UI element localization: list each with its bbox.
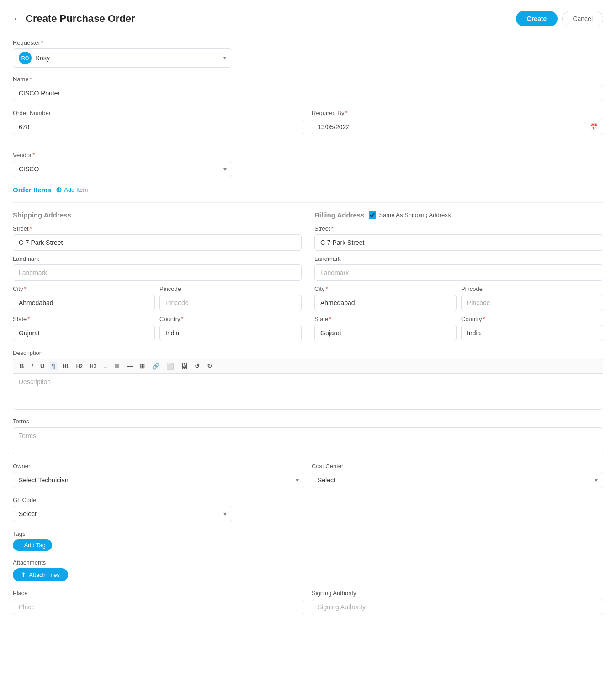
embed-button[interactable]: ⬜ <box>165 362 176 370</box>
calendar-icon: 📅 <box>590 123 598 131</box>
description-editor[interactable]: Description <box>13 373 603 410</box>
billing-country-input[interactable] <box>461 325 603 341</box>
cost-center-label: Cost Center <box>312 463 603 470</box>
description-label: Description <box>13 349 603 356</box>
attachments-section: Attachments ⬆ Attach Files <box>13 559 603 581</box>
owner-cost-row: Owner Select Technician ▾ Cost Center Se… <box>13 463 603 488</box>
attach-files-button[interactable]: ⬆ Attach Files <box>13 568 68 581</box>
order-items-header: Order Items ⊕ Add Item <box>13 185 603 194</box>
shipping-pincode-input[interactable] <box>159 295 302 311</box>
owner-section: Owner Select Technician ▾ <box>13 463 304 488</box>
page-title: Create Purchase Order <box>26 13 135 25</box>
create-button[interactable]: Create <box>516 11 558 26</box>
cost-center-select[interactable]: Select <box>312 472 603 488</box>
tags-label: Tags <box>13 530 603 537</box>
order-number-input[interactable] <box>13 119 304 135</box>
required-by-label: Required By* <box>312 110 603 116</box>
shipping-country-group: Country* <box>159 316 302 341</box>
requester-name: Rosy <box>35 54 223 62</box>
terms-editor[interactable]: Terms <box>13 427 603 454</box>
billing-country-group: Country* <box>461 316 603 341</box>
same-as-shipping-checkbox[interactable] <box>369 211 376 219</box>
place-signing-row: Place Signing Authority <box>13 590 603 615</box>
billing-address-title: Billing Address Same As Shipping Address <box>314 211 603 219</box>
cancel-button[interactable]: Cancel <box>562 11 603 26</box>
shipping-landmark-input[interactable] <box>13 264 302 281</box>
h1-button[interactable]: H1 <box>61 363 71 370</box>
place-label: Place <box>13 590 304 597</box>
tags-section: Tags + Add Tag <box>13 530 603 551</box>
undo-button[interactable]: ↺ <box>193 362 202 370</box>
shipping-city-input[interactable] <box>13 295 155 311</box>
billing-pincode-group: Pincode <box>461 285 603 311</box>
name-label: Name* <box>13 76 603 83</box>
ol-button[interactable]: ≣ <box>112 362 121 370</box>
hr-button[interactable]: — <box>125 362 134 370</box>
shipping-landmark-row: Landmark <box>13 255 302 281</box>
shipping-state-group: State* <box>13 316 155 341</box>
table-button[interactable]: ⊞ <box>138 362 147 370</box>
required-by-section: Required By* 📅 <box>312 110 603 135</box>
add-icon: ⊕ <box>56 185 62 194</box>
vendor-section: Vendor* CISCO ▾ <box>13 152 232 177</box>
description-section: Description B I U ¶ H1 H2 H3 ≡ ≣ — ⊞ 🔗 ⬜… <box>13 349 603 410</box>
signing-authority-input[interactable] <box>312 599 603 615</box>
billing-pincode-input[interactable] <box>461 295 603 311</box>
terms-label: Terms <box>13 418 603 425</box>
billing-city-input[interactable] <box>314 295 457 311</box>
place-input[interactable] <box>13 599 304 615</box>
redo-button[interactable]: ↻ <box>205 362 214 370</box>
add-item-label: Add Item <box>64 186 88 193</box>
shipping-city-group: City* <box>13 285 155 311</box>
underline-button[interactable]: U <box>38 362 46 370</box>
link-button[interactable]: 🔗 <box>150 362 161 370</box>
description-toolbar: B I U ¶ H1 H2 H3 ≡ ≣ — ⊞ 🔗 ⬜ 🖼 ↺ ↻ <box>13 359 603 373</box>
shipping-country-input[interactable] <box>159 325 302 341</box>
add-tag-button[interactable]: + Add Tag <box>13 539 52 551</box>
upload-icon: ⬆ <box>21 571 26 578</box>
add-item-button[interactable]: ⊕ Add Item <box>56 185 88 194</box>
billing-address-section: Billing Address Same As Shipping Address… <box>314 211 603 341</box>
back-button[interactable]: ← <box>13 14 21 24</box>
name-input[interactable] <box>13 85 603 101</box>
shipping-address-title: Shipping Address <box>13 211 302 219</box>
same-as-shipping-label[interactable]: Same As Shipping Address <box>369 211 451 219</box>
shipping-street-row: Street* <box>13 225 302 251</box>
requester-label: Requester* <box>13 39 603 46</box>
owner-label: Owner <box>13 463 304 470</box>
billing-state-group: State* <box>314 316 457 341</box>
h2-button[interactable]: H2 <box>74 363 85 370</box>
ul-button[interactable]: ≡ <box>102 362 109 370</box>
address-grid: Shipping Address Street* Landmark City* … <box>13 211 603 341</box>
billing-state-input[interactable] <box>314 325 457 341</box>
shipping-state-input[interactable] <box>13 325 155 341</box>
shipping-street-input[interactable] <box>13 234 302 251</box>
shipping-address-section: Shipping Address Street* Landmark City* … <box>13 211 302 341</box>
gl-code-label: GL Code <box>13 496 232 503</box>
paragraph-button[interactable]: ¶ <box>50 362 57 370</box>
terms-section: Terms Terms <box>13 418 603 454</box>
vendor-select[interactable]: CISCO <box>13 161 232 177</box>
h3-button[interactable]: H3 <box>88 363 98 370</box>
requester-dropdown[interactable]: RO Rosy ▾ <box>13 48 232 68</box>
billing-street-row: Street* <box>314 225 603 251</box>
chevron-down-icon: ▾ <box>223 55 226 61</box>
required-by-input[interactable] <box>312 119 603 135</box>
italic-button[interactable]: I <box>29 362 35 370</box>
avatar: RO <box>19 52 32 64</box>
vendor-label: Vendor* <box>13 152 232 158</box>
gl-code-select[interactable]: Select <box>13 506 232 522</box>
billing-street-input[interactable] <box>314 234 603 251</box>
billing-landmark-input[interactable] <box>314 264 603 281</box>
attachments-label: Attachments <box>13 559 603 566</box>
gl-code-section: GL Code Select ▾ <box>13 496 232 522</box>
order-number-label: Order Number <box>13 110 304 116</box>
image-button[interactable]: 🖼 <box>180 362 189 370</box>
billing-landmark-row: Landmark <box>314 255 603 281</box>
owner-select[interactable]: Select Technician <box>13 472 304 488</box>
name-section: Name* <box>13 76 603 101</box>
order-number-section: Order Number <box>13 110 304 135</box>
bold-button[interactable]: B <box>18 362 26 370</box>
page-header: ← Create Purchase Order Create Cancel <box>13 11 603 26</box>
order-items-title: Order Items <box>13 186 51 194</box>
